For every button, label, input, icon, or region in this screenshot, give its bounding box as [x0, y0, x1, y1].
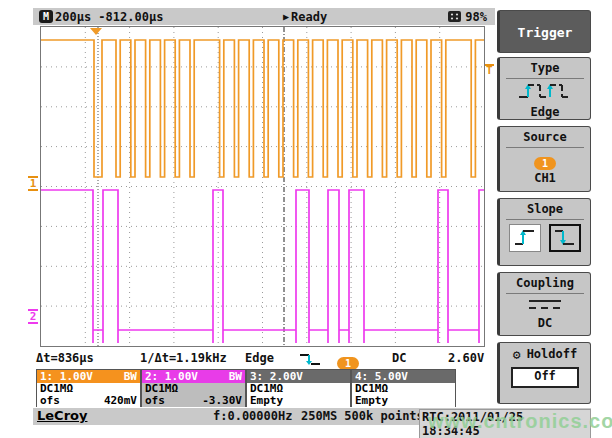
acquisition-status: ▶ Ready: [283, 10, 327, 24]
inverse-delta-t-readout: 1/Δt=1.19kHz: [140, 351, 227, 365]
trigger-type-button[interactable]: Type Edge: [497, 57, 591, 120]
ch2-ground-marker: 2: [28, 309, 38, 324]
ch3-status: Empty: [250, 395, 283, 407]
slope-rising-option[interactable]: [509, 224, 541, 252]
trigger-coupling-readout: DC: [392, 351, 406, 365]
coupling-label: Coupling: [500, 276, 590, 290]
ch1-ofs-label: ofs: [40, 395, 60, 407]
timebase-readout: 200μs -812.00μs: [55, 10, 163, 24]
slope-falling-option[interactable]: [549, 224, 581, 252]
source-value: CH1: [500, 171, 590, 185]
falling-edge-icon: [298, 353, 322, 366]
coupling-value: DC: [500, 316, 590, 330]
source-label: Source: [500, 130, 590, 144]
rising-edge-icon: [513, 228, 537, 248]
ch2-ofs-value: -3.30V: [202, 395, 242, 407]
battery-percent: 98%: [465, 10, 487, 24]
ch2-bw-flag: BW: [229, 370, 242, 383]
holdoff-value-button[interactable]: Off: [511, 367, 579, 388]
lecroy-logo: LeCroy: [37, 408, 87, 423]
trigger-holdoff-button[interactable]: ⚙ Holdoff Off: [497, 342, 591, 404]
trigger-type-readout: Edge: [245, 351, 274, 365]
waveform-plot: [41, 27, 484, 346]
type-label: Type: [500, 61, 590, 75]
ch2-ofs-label: ofs: [145, 395, 165, 407]
header-bar: M 200μs -812.00μs ▶ Ready 98%: [33, 8, 495, 25]
source-channel-badge: 1: [534, 157, 556, 170]
waveform-grid: [40, 26, 485, 347]
edge-type-icon: [516, 81, 574, 101]
ch1-ground-marker: 1: [28, 176, 38, 191]
channel3-info-box: 3: 2.00V DC1MΩ Empty: [246, 369, 351, 407]
delta-t-readout: Δt=836μs: [36, 351, 94, 365]
trigger-coupling-button[interactable]: Coupling DC: [497, 272, 591, 336]
slope-label: Slope: [500, 202, 590, 216]
ch1-ofs-value: 420mV: [104, 395, 137, 407]
trigger-menu-title: Trigger: [497, 10, 591, 53]
channel2-info-box: 2: 1.00VBW DC1MΩ ofs-3.30V: [141, 369, 246, 407]
sampling-readout: 250MS 500k points: [301, 409, 424, 423]
trigger-slope-button[interactable]: Slope: [497, 198, 591, 266]
status-label: Ready: [291, 10, 327, 24]
frequency-counter: f:0.00000Hz: [213, 409, 292, 423]
trigger-source-button[interactable]: Source 1 CH1: [497, 126, 591, 192]
watermark: www.cntronics.com: [428, 410, 612, 433]
ch4-status: Empty: [355, 395, 388, 407]
run-status-icon: ▶: [283, 11, 289, 22]
channel4-info-box: 4: 5.00V DC1MΩ Empty: [351, 369, 456, 407]
dc-coupling-icon: [523, 296, 567, 312]
type-value: Edge: [500, 105, 590, 119]
holdoff-label: Holdoff: [527, 347, 578, 361]
timebase-mode-icon: M: [39, 10, 53, 23]
trigger-level-marker: T: [485, 64, 494, 76]
ch1-bw-flag: BW: [124, 370, 137, 383]
system-status-icon: [448, 11, 461, 22]
trigger-level-readout: 2.60V: [448, 351, 484, 365]
channel1-info-box: 1: 1.00VBW DC1MΩ ofs420mV: [36, 369, 141, 407]
gear-icon: ⚙: [513, 348, 521, 361]
falling-edge-icon: [553, 228, 577, 248]
oscilloscope-screen: M 200μs -812.00μs ▶ Ready 98% 1 2 T Δt=8…: [0, 0, 612, 438]
